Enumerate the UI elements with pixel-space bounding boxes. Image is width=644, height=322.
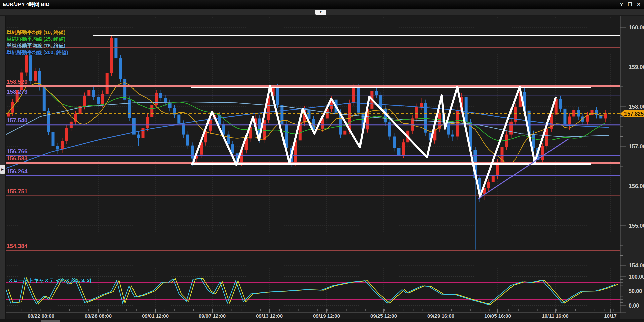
candle-body <box>402 142 405 155</box>
candle-body <box>541 146 544 160</box>
x-axis-label: 08/28 08:00 <box>85 313 112 319</box>
candle-body <box>119 58 122 79</box>
candle-body <box>123 79 126 100</box>
stochastic-legend-label: スローストキャスティクス (25, 3, 3) <box>8 277 91 284</box>
candle-body <box>101 94 104 104</box>
y-axis-label: 157.000 <box>629 143 644 150</box>
x-axis-label: 09/07 12:00 <box>199 313 226 319</box>
candle-body <box>559 99 562 109</box>
price-level-label: 157.540 <box>7 117 27 124</box>
price-level-label: 156.264 <box>7 168 28 175</box>
x-axis-label: 09/25 12:00 <box>370 313 397 319</box>
candle-body <box>465 97 468 123</box>
candle-body <box>114 38 117 58</box>
x-axis-label: 09/01 12:00 <box>142 313 169 319</box>
left-panel-gutter: ▶ <box>0 15 6 319</box>
window-title: EUR/JPY 4時間 BID <box>0 1 49 8</box>
candle-body <box>231 144 234 153</box>
toolbar-collapse-button[interactable]: ▼ <box>315 10 326 15</box>
candle-body <box>142 128 145 138</box>
candle-body <box>83 96 86 106</box>
candle-body <box>568 117 571 125</box>
candle-body <box>106 73 109 94</box>
axis-gutter-background <box>620 15 644 319</box>
stoch-axis-label: 100.00 <box>629 274 644 280</box>
panel-expander-button[interactable]: ▶ <box>0 165 5 174</box>
x-axis-label: 09/13 12:00 <box>256 313 283 319</box>
help-button[interactable]: ? <box>620 2 623 7</box>
price-level-label: 156.766 <box>7 148 27 155</box>
candle-body <box>545 129 548 146</box>
y-axis-label: 155.000 <box>629 223 644 229</box>
candle-body <box>97 97 100 104</box>
x-axis-label: 09/29 16:00 <box>427 313 454 319</box>
candle-body <box>509 122 513 135</box>
candle-body <box>375 91 378 95</box>
candle-body <box>415 107 418 118</box>
stoch-axis-label: 50.00 <box>629 288 642 294</box>
candle-body <box>492 176 495 182</box>
price-level-label: 158.520 <box>7 79 27 85</box>
y-axis-label: 160.000 <box>629 24 644 31</box>
candle-body <box>177 115 180 124</box>
chart-background <box>0 15 644 319</box>
price-level-label: 155.751 <box>7 188 27 195</box>
candle-body <box>420 103 423 107</box>
horizontal-scrollbar[interactable] <box>0 319 644 322</box>
candle-body <box>343 131 346 135</box>
close-button[interactable]: ✕ <box>637 2 641 7</box>
candle-body <box>61 141 64 149</box>
toolbar-strip: ▼ <box>0 9 644 16</box>
scrollbar-thumb[interactable] <box>41 320 60 322</box>
candle-body <box>155 93 158 105</box>
candle-body <box>505 135 508 147</box>
x-axis-label: 08/22 08:00 <box>28 313 54 319</box>
title-bar: EUR/JPY 4時間 BID ? ❐ ✕ <box>0 0 644 9</box>
candle-body <box>43 87 46 111</box>
y-axis-label: 156.000 <box>629 183 644 189</box>
candle-body <box>393 137 396 148</box>
y-axis-label: 159.000 <box>629 64 644 70</box>
candle-body <box>182 124 185 135</box>
candle-body <box>191 146 194 159</box>
candle-body <box>397 148 400 155</box>
candle-body <box>487 182 490 188</box>
candle-body <box>137 135 140 138</box>
price-level-label: 158.273 <box>7 88 27 95</box>
candle-body <box>29 55 32 81</box>
candle-body <box>146 117 149 128</box>
ma-legend-item: 単純移動平均線 (10, 終値) <box>7 29 68 36</box>
x-axis-label: 10/11 16:00 <box>542 313 568 319</box>
candle-body <box>150 105 153 117</box>
stoch-axis-label: 0.00 <box>629 303 639 309</box>
candle-body <box>352 87 355 103</box>
ma-legend-item: 単純移動平均線 (25, 終値) <box>7 36 68 42</box>
candle-body <box>56 146 59 149</box>
ma-legend-item: 単純移動平均線 (75, 終値) <box>7 42 68 49</box>
maximize-button[interactable]: ❐ <box>628 2 632 7</box>
price-level-label: 156.583 <box>7 155 27 162</box>
ma-legend-item: 単純移動平均線 (200, 終値) <box>7 49 68 56</box>
candle-body <box>110 38 113 73</box>
candle-body <box>128 100 131 118</box>
candle-body <box>357 87 360 112</box>
x-axis-label: 09/19 12:00 <box>313 313 340 319</box>
candle-body <box>591 110 594 115</box>
price-level-label: 154.384 <box>7 243 28 249</box>
chart-canvas[interactable]: 158.520158.273157.540156.766156.583156.2… <box>0 0 644 322</box>
candle-body <box>186 135 189 146</box>
candle-body <box>65 128 68 141</box>
candle-body <box>87 90 90 96</box>
candle-body <box>34 71 37 81</box>
x-axis-label: 10/05 16:00 <box>484 313 511 319</box>
x-axis-label: 10/17 <box>604 313 617 319</box>
ma-legend: 単純移動平均線 (10, 終値)単純移動平均線 (25, 終値)単純移動平均線 … <box>7 29 68 56</box>
candle-body <box>52 132 55 146</box>
current-price-badge-label: 157.825 <box>624 111 644 117</box>
candle-body <box>451 135 454 137</box>
candle-body <box>563 109 566 124</box>
candle-body <box>25 55 28 73</box>
y-axis-label: 158.000 <box>629 104 644 110</box>
candle-body <box>159 93 162 98</box>
y-axis-label: 154.000 <box>629 262 644 269</box>
